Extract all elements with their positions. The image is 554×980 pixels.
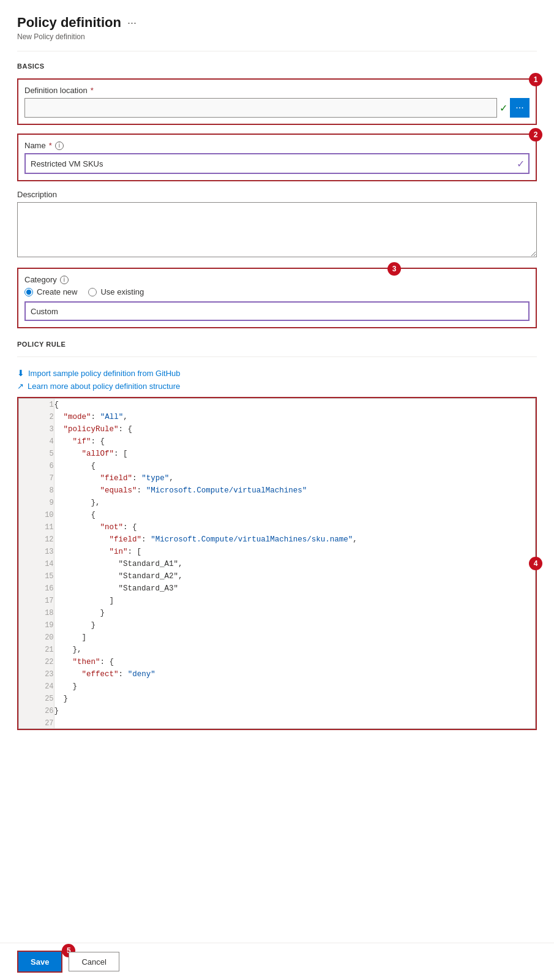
step-badge-1: 1 <box>529 73 542 86</box>
learn-more-link[interactable]: ↗ Learn more about policy definition str… <box>17 382 537 391</box>
step-badge-2: 2 <box>529 128 542 141</box>
name-info-icon[interactable]: i <box>55 141 64 150</box>
definition-location-group: Definition location * ✓ ··· 1 <box>17 78 537 125</box>
name-input-wrapper: ✓ <box>24 153 530 174</box>
code-editor-wrapper: 1{2 "mode": "All",3 "policyRule": {4 "if… <box>17 397 537 730</box>
code-line-17: 17 ] <box>19 595 535 607</box>
definition-location-input-row: ✓ ··· <box>24 98 530 118</box>
code-line-13: 13 "in": [ <box>19 546 535 558</box>
step-badge-3: 3 <box>387 262 401 276</box>
description-group: Description <box>17 190 537 259</box>
save-button-wrapper: Save <box>17 951 62 973</box>
download-icon: ⬇ <box>17 368 24 378</box>
code-line-5: 5 "allOf": [ <box>19 448 535 460</box>
save-button[interactable]: Save <box>18 952 61 971</box>
page-subtitle: New Policy definition <box>17 32 537 41</box>
policy-rule-box: 1{2 "mode": "All",3 "policyRule": {4 "if… <box>17 397 537 730</box>
category-use-existing-radio[interactable] <box>88 288 97 296</box>
name-check-icon: ✓ <box>517 158 528 170</box>
page-title-ellipsis[interactable]: ··· <box>127 17 137 29</box>
description-textarea[interactable] <box>17 202 537 257</box>
code-line-18: 18 } <box>19 607 535 619</box>
code-line-22: 22 "then": { <box>19 656 535 668</box>
category-group: Category i Create new Use existing 3 <box>17 268 537 328</box>
code-line-27: 27 <box>19 717 535 729</box>
code-line-21: 21 }, <box>19 644 535 656</box>
step-badge-4: 4 <box>529 557 542 570</box>
name-group: Name * i ✓ 2 <box>17 134 537 181</box>
required-star-1: * <box>91 86 94 95</box>
footer-bar: Save 5 Cancel <box>0 943 554 980</box>
code-line-1: 1{ <box>19 399 535 411</box>
cancel-button[interactable]: Cancel <box>69 952 119 971</box>
section-basics-label: BASICS <box>17 62 537 70</box>
category-radio-group: Create new Use existing <box>24 287 530 296</box>
code-editor[interactable]: 1{2 "mode": "All",3 "policyRule": {4 "if… <box>18 398 536 729</box>
code-line-8: 8 "equals": "Microsoft.Compute/virtualMa… <box>19 484 535 497</box>
definition-location-label: Definition location * <box>24 86 530 95</box>
category-use-existing-option[interactable]: Use existing <box>88 287 144 296</box>
code-line-20: 20 ] <box>19 631 535 644</box>
name-input[interactable] <box>26 154 517 173</box>
definition-location-check-icon: ✓ <box>500 102 507 114</box>
name-label: Name * i <box>24 141 530 150</box>
code-line-7: 7 "field": "type", <box>19 472 535 484</box>
import-sample-link[interactable]: ⬇ Import sample policy definition from G… <box>17 368 537 378</box>
code-line-23: 23 "effect": "deny" <box>19 668 535 680</box>
code-line-12: 12 "field": "Microsoft.Compute/virtualMa… <box>19 533 535 546</box>
code-table: 1{2 "mode": "All",3 "policyRule": {4 "if… <box>19 399 535 729</box>
external-link-icon: ↗ <box>17 382 24 391</box>
code-line-4: 4 "if": { <box>19 435 535 448</box>
page-title: Policy definition ··· <box>17 15 537 31</box>
code-line-24: 24 } <box>19 680 535 693</box>
code-line-3: 3 "policyRule": { <box>19 423 535 435</box>
code-line-11: 11 "not": { <box>19 521 535 533</box>
category-create-new-option[interactable]: Create new <box>24 287 77 296</box>
code-line-25: 25 } <box>19 693 535 705</box>
category-info-icon[interactable]: i <box>60 276 69 284</box>
code-line-15: 15 "Standard_A2", <box>19 570 535 582</box>
code-line-14: 14 "Standard_A1", <box>19 558 535 570</box>
code-line-10: 10 { <box>19 509 535 521</box>
section-policy-rule-label: POLICY RULE <box>17 341 537 348</box>
code-line-19: 19 } <box>19 619 535 631</box>
code-line-9: 9 }, <box>19 497 535 509</box>
code-line-16: 16 "Standard_A3" <box>19 582 535 595</box>
section-divider-policy <box>17 356 537 357</box>
section-divider-top <box>17 51 537 51</box>
category-label: Category i <box>24 275 530 284</box>
required-star-2: * <box>49 141 52 150</box>
category-value-input[interactable] <box>24 301 530 321</box>
policy-rule-section: POLICY RULE ⬇ Import sample policy defin… <box>17 341 537 730</box>
description-label: Description <box>17 190 537 199</box>
definition-location-placeholder[interactable] <box>24 98 497 118</box>
code-line-26: 26} <box>19 705 535 717</box>
cancel-button-wrapper: 5 Cancel <box>69 951 119 973</box>
code-line-6: 6 { <box>19 460 535 472</box>
category-create-new-radio[interactable] <box>24 288 33 296</box>
code-line-2: 2 "mode": "All", <box>19 411 535 423</box>
definition-location-browse-button[interactable]: ··· <box>510 98 530 118</box>
